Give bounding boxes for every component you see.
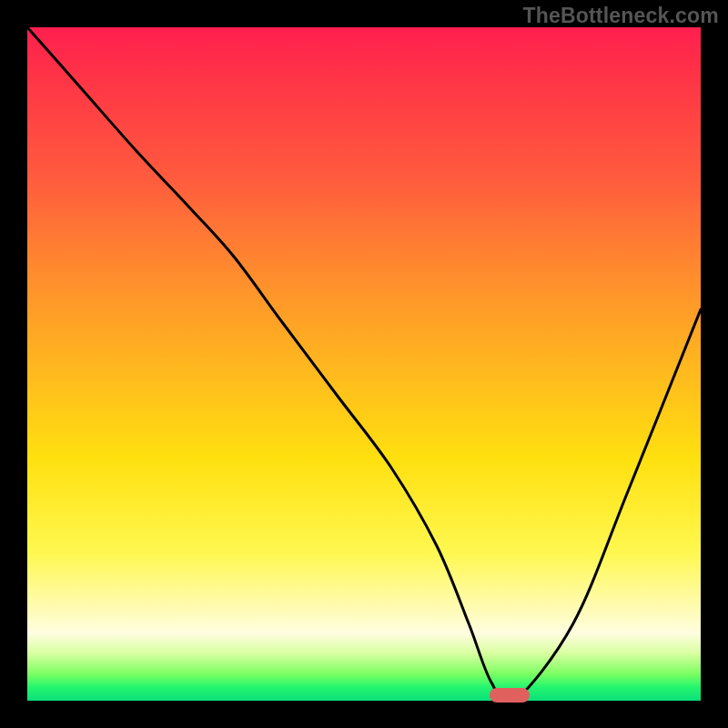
chart-frame: TheBottleneck.com [0,0,728,728]
plot-area [27,27,701,701]
optimal-marker [490,688,530,703]
curve-svg [27,27,701,701]
watermark-text: TheBottleneck.com [522,4,719,28]
bottleneck-curve [27,27,701,701]
